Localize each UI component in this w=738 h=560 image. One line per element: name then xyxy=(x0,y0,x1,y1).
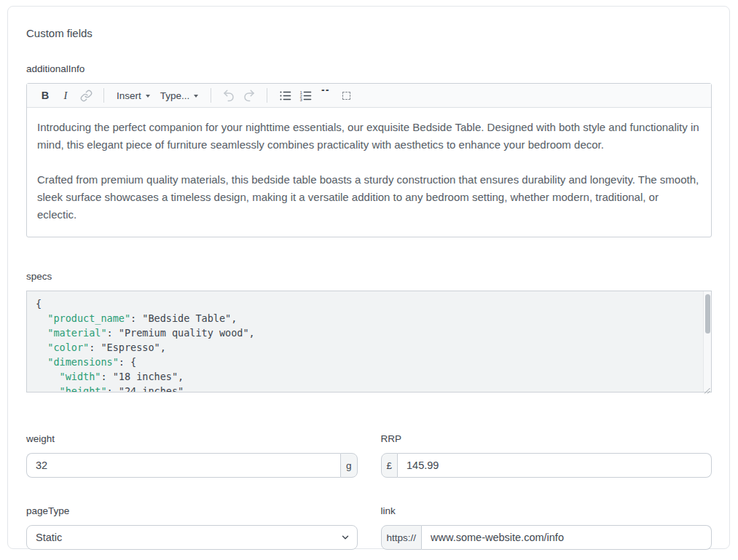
weight-field: weight g xyxy=(26,433,358,478)
page-type-select[interactable]: Static xyxy=(26,525,358,550)
rrp-field: RRP £ xyxy=(381,433,713,478)
additional-info-label: additionalInfo xyxy=(26,63,712,74)
chevron-down-icon xyxy=(146,95,150,98)
chevron-down-icon xyxy=(194,95,198,98)
bullet-list-button[interactable] xyxy=(275,86,294,105)
blockquote-icon: “ xyxy=(321,90,331,101)
redo-button[interactable] xyxy=(240,86,259,105)
italic-button[interactable]: I xyxy=(56,86,75,105)
undo-button[interactable] xyxy=(219,86,238,105)
blockquote-button[interactable]: “ xyxy=(316,86,335,105)
weight-input[interactable] xyxy=(26,453,340,478)
link-icon xyxy=(80,90,93,102)
link-label: link xyxy=(381,505,713,516)
link-button[interactable] xyxy=(76,86,95,105)
code-line: "width": "18 inches", xyxy=(36,369,695,384)
page-type-label: pageType xyxy=(26,505,358,516)
resize-handle-icon[interactable] xyxy=(703,384,710,391)
specs-scrollbar-thumb[interactable] xyxy=(705,294,710,334)
rrp-currency-addon: £ xyxy=(381,453,399,478)
code-line: "height": "24 inches", xyxy=(36,384,695,393)
link-protocol-addon: https:// xyxy=(381,525,423,550)
svg-text:3: 3 xyxy=(300,97,302,101)
rrp-label: RRP xyxy=(381,433,713,444)
editor-content-area[interactable]: Introducing the perfect companion for yo… xyxy=(27,108,711,237)
code-line: { xyxy=(36,296,695,311)
bold-button[interactable]: B xyxy=(36,86,55,105)
redo-icon xyxy=(243,89,256,102)
custom-fields-panel: Custom fields additionalInfo B I Insert … xyxy=(7,6,730,549)
weight-unit-addon: g xyxy=(340,453,358,478)
code-line: "dimensions": { xyxy=(36,355,695,369)
link-field: link https:// xyxy=(381,505,713,550)
editor-paragraph: Crafted from premium quality materials, … xyxy=(37,171,701,224)
ordered-list-button[interactable]: 123 xyxy=(296,86,315,105)
specs-code[interactable]: { "product_name": "Bedside Table", "mate… xyxy=(26,291,712,393)
hr-square-icon xyxy=(342,92,350,100)
type-dropdown[interactable]: Type... xyxy=(156,86,203,105)
editor-paragraph: Introducing the perfect companion for yo… xyxy=(37,119,701,154)
weight-label: weight xyxy=(26,433,358,444)
ordered-list-icon: 123 xyxy=(299,90,312,102)
editor-toolbar: B I Insert Type... xyxy=(27,84,711,108)
insert-dropdown-label: Insert xyxy=(117,90,141,101)
specs-field: { "product_name": "Bedside Table", "mate… xyxy=(26,291,712,393)
link-input[interactable] xyxy=(422,525,712,550)
toolbar-divider xyxy=(103,88,104,103)
page-type-field: pageType Static xyxy=(26,505,358,550)
rich-text-editor: B I Insert Type... xyxy=(26,83,712,237)
type-dropdown-label: Type... xyxy=(160,90,190,101)
undo-icon xyxy=(222,89,235,102)
toolbar-divider xyxy=(211,88,211,103)
bullet-list-icon xyxy=(279,90,291,102)
horizontal-rule-button[interactable] xyxy=(337,86,356,105)
rrp-input[interactable] xyxy=(398,453,712,478)
specs-label: specs xyxy=(26,271,712,282)
specs-scrollbar-track[interactable] xyxy=(703,291,711,392)
code-line: "color": "Espresso", xyxy=(36,340,695,355)
panel-title: Custom fields xyxy=(26,27,712,39)
code-line: "product_name": "Bedside Table", xyxy=(36,311,695,326)
code-line: "material": "Premium quality wood", xyxy=(36,326,695,340)
insert-dropdown[interactable]: Insert xyxy=(112,86,154,105)
toolbar-divider xyxy=(267,88,267,103)
